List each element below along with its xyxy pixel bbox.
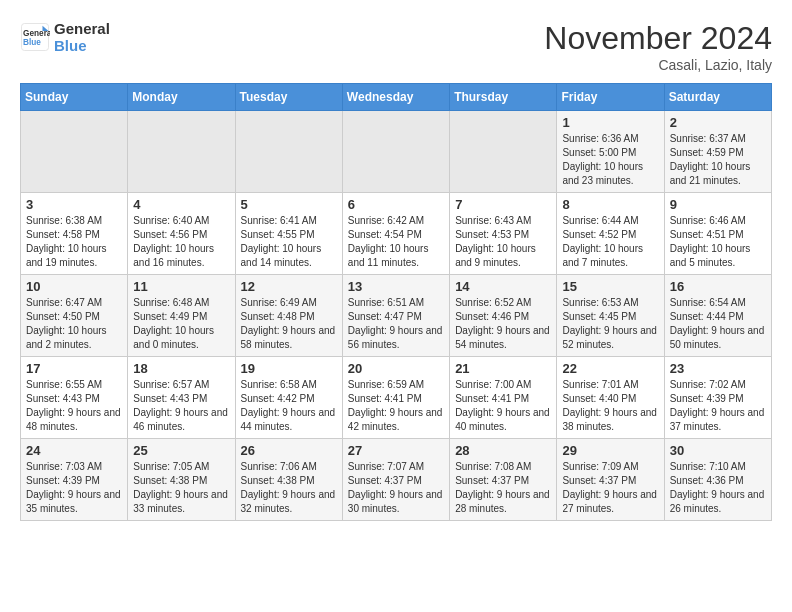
day-number: 19 [241, 361, 337, 376]
day-info: Sunrise: 6:38 AM Sunset: 4:58 PM Dayligh… [26, 214, 122, 270]
day-number: 25 [133, 443, 229, 458]
day-number: 1 [562, 115, 658, 130]
day-info: Sunrise: 6:54 AM Sunset: 4:44 PM Dayligh… [670, 296, 766, 352]
day-cell: 2Sunrise: 6:37 AM Sunset: 4:59 PM Daylig… [664, 111, 771, 193]
weekday-header-saturday: Saturday [664, 84, 771, 111]
day-number: 27 [348, 443, 444, 458]
day-number: 13 [348, 279, 444, 294]
day-number: 8 [562, 197, 658, 212]
day-number: 6 [348, 197, 444, 212]
logo-icon: General Blue [20, 22, 50, 52]
day-cell: 19Sunrise: 6:58 AM Sunset: 4:42 PM Dayli… [235, 357, 342, 439]
day-cell [128, 111, 235, 193]
day-cell: 22Sunrise: 7:01 AM Sunset: 4:40 PM Dayli… [557, 357, 664, 439]
day-info: Sunrise: 6:47 AM Sunset: 4:50 PM Dayligh… [26, 296, 122, 352]
day-info: Sunrise: 6:41 AM Sunset: 4:55 PM Dayligh… [241, 214, 337, 270]
day-cell: 3Sunrise: 6:38 AM Sunset: 4:58 PM Daylig… [21, 193, 128, 275]
svg-text:Blue: Blue [23, 38, 41, 47]
day-cell: 15Sunrise: 6:53 AM Sunset: 4:45 PM Dayli… [557, 275, 664, 357]
day-cell: 11Sunrise: 6:48 AM Sunset: 4:49 PM Dayli… [128, 275, 235, 357]
logo: General Blue General Blue [20, 20, 110, 54]
day-cell: 25Sunrise: 7:05 AM Sunset: 4:38 PM Dayli… [128, 439, 235, 521]
day-number: 12 [241, 279, 337, 294]
day-info: Sunrise: 7:09 AM Sunset: 4:37 PM Dayligh… [562, 460, 658, 516]
day-info: Sunrise: 7:08 AM Sunset: 4:37 PM Dayligh… [455, 460, 551, 516]
day-info: Sunrise: 7:07 AM Sunset: 4:37 PM Dayligh… [348, 460, 444, 516]
day-cell: 28Sunrise: 7:08 AM Sunset: 4:37 PM Dayli… [450, 439, 557, 521]
day-info: Sunrise: 7:02 AM Sunset: 4:39 PM Dayligh… [670, 378, 766, 434]
logo-blue: Blue [54, 37, 110, 54]
day-info: Sunrise: 6:55 AM Sunset: 4:43 PM Dayligh… [26, 378, 122, 434]
day-cell: 18Sunrise: 6:57 AM Sunset: 4:43 PM Dayli… [128, 357, 235, 439]
day-info: Sunrise: 6:43 AM Sunset: 4:53 PM Dayligh… [455, 214, 551, 270]
day-info: Sunrise: 6:51 AM Sunset: 4:47 PM Dayligh… [348, 296, 444, 352]
day-number: 17 [26, 361, 122, 376]
title-block: November 2024 Casali, Lazio, Italy [544, 20, 772, 73]
weekday-header-monday: Monday [128, 84, 235, 111]
day-cell: 21Sunrise: 7:00 AM Sunset: 4:41 PM Dayli… [450, 357, 557, 439]
day-cell [450, 111, 557, 193]
day-info: Sunrise: 6:42 AM Sunset: 4:54 PM Dayligh… [348, 214, 444, 270]
day-number: 3 [26, 197, 122, 212]
week-row-2: 10Sunrise: 6:47 AM Sunset: 4:50 PM Dayli… [21, 275, 772, 357]
day-cell: 29Sunrise: 7:09 AM Sunset: 4:37 PM Dayli… [557, 439, 664, 521]
day-cell: 26Sunrise: 7:06 AM Sunset: 4:38 PM Dayli… [235, 439, 342, 521]
day-info: Sunrise: 6:59 AM Sunset: 4:41 PM Dayligh… [348, 378, 444, 434]
weekday-header-row: SundayMondayTuesdayWednesdayThursdayFrid… [21, 84, 772, 111]
day-cell: 17Sunrise: 6:55 AM Sunset: 4:43 PM Dayli… [21, 357, 128, 439]
day-number: 21 [455, 361, 551, 376]
weekday-header-tuesday: Tuesday [235, 84, 342, 111]
day-info: Sunrise: 6:53 AM Sunset: 4:45 PM Dayligh… [562, 296, 658, 352]
day-number: 24 [26, 443, 122, 458]
day-number: 11 [133, 279, 229, 294]
day-cell: 4Sunrise: 6:40 AM Sunset: 4:56 PM Daylig… [128, 193, 235, 275]
day-number: 30 [670, 443, 766, 458]
day-cell: 5Sunrise: 6:41 AM Sunset: 4:55 PM Daylig… [235, 193, 342, 275]
day-info: Sunrise: 7:00 AM Sunset: 4:41 PM Dayligh… [455, 378, 551, 434]
day-info: Sunrise: 6:52 AM Sunset: 4:46 PM Dayligh… [455, 296, 551, 352]
day-cell: 9Sunrise: 6:46 AM Sunset: 4:51 PM Daylig… [664, 193, 771, 275]
day-info: Sunrise: 7:01 AM Sunset: 4:40 PM Dayligh… [562, 378, 658, 434]
week-row-3: 17Sunrise: 6:55 AM Sunset: 4:43 PM Dayli… [21, 357, 772, 439]
day-info: Sunrise: 7:06 AM Sunset: 4:38 PM Dayligh… [241, 460, 337, 516]
day-cell [235, 111, 342, 193]
day-info: Sunrise: 7:03 AM Sunset: 4:39 PM Dayligh… [26, 460, 122, 516]
week-row-4: 24Sunrise: 7:03 AM Sunset: 4:39 PM Dayli… [21, 439, 772, 521]
day-info: Sunrise: 7:10 AM Sunset: 4:36 PM Dayligh… [670, 460, 766, 516]
day-cell: 6Sunrise: 6:42 AM Sunset: 4:54 PM Daylig… [342, 193, 449, 275]
day-cell: 13Sunrise: 6:51 AM Sunset: 4:47 PM Dayli… [342, 275, 449, 357]
week-row-1: 3Sunrise: 6:38 AM Sunset: 4:58 PM Daylig… [21, 193, 772, 275]
day-number: 10 [26, 279, 122, 294]
day-cell: 12Sunrise: 6:49 AM Sunset: 4:48 PM Dayli… [235, 275, 342, 357]
location: Casali, Lazio, Italy [544, 57, 772, 73]
day-number: 20 [348, 361, 444, 376]
day-info: Sunrise: 6:36 AM Sunset: 5:00 PM Dayligh… [562, 132, 658, 188]
weekday-header-friday: Friday [557, 84, 664, 111]
day-info: Sunrise: 6:58 AM Sunset: 4:42 PM Dayligh… [241, 378, 337, 434]
day-info: Sunrise: 6:48 AM Sunset: 4:49 PM Dayligh… [133, 296, 229, 352]
day-number: 29 [562, 443, 658, 458]
day-number: 26 [241, 443, 337, 458]
day-cell: 20Sunrise: 6:59 AM Sunset: 4:41 PM Dayli… [342, 357, 449, 439]
day-info: Sunrise: 6:44 AM Sunset: 4:52 PM Dayligh… [562, 214, 658, 270]
day-cell: 24Sunrise: 7:03 AM Sunset: 4:39 PM Dayli… [21, 439, 128, 521]
day-number: 22 [562, 361, 658, 376]
weekday-header-wednesday: Wednesday [342, 84, 449, 111]
day-info: Sunrise: 6:57 AM Sunset: 4:43 PM Dayligh… [133, 378, 229, 434]
day-info: Sunrise: 7:05 AM Sunset: 4:38 PM Dayligh… [133, 460, 229, 516]
day-cell: 27Sunrise: 7:07 AM Sunset: 4:37 PM Dayli… [342, 439, 449, 521]
day-info: Sunrise: 6:37 AM Sunset: 4:59 PM Dayligh… [670, 132, 766, 188]
day-cell: 14Sunrise: 6:52 AM Sunset: 4:46 PM Dayli… [450, 275, 557, 357]
week-row-0: 1Sunrise: 6:36 AM Sunset: 5:00 PM Daylig… [21, 111, 772, 193]
day-cell: 7Sunrise: 6:43 AM Sunset: 4:53 PM Daylig… [450, 193, 557, 275]
weekday-header-sunday: Sunday [21, 84, 128, 111]
day-number: 7 [455, 197, 551, 212]
day-number: 15 [562, 279, 658, 294]
day-cell: 16Sunrise: 6:54 AM Sunset: 4:44 PM Dayli… [664, 275, 771, 357]
day-cell: 23Sunrise: 7:02 AM Sunset: 4:39 PM Dayli… [664, 357, 771, 439]
day-cell: 10Sunrise: 6:47 AM Sunset: 4:50 PM Dayli… [21, 275, 128, 357]
weekday-header-thursday: Thursday [450, 84, 557, 111]
day-info: Sunrise: 6:49 AM Sunset: 4:48 PM Dayligh… [241, 296, 337, 352]
day-number: 18 [133, 361, 229, 376]
day-number: 9 [670, 197, 766, 212]
